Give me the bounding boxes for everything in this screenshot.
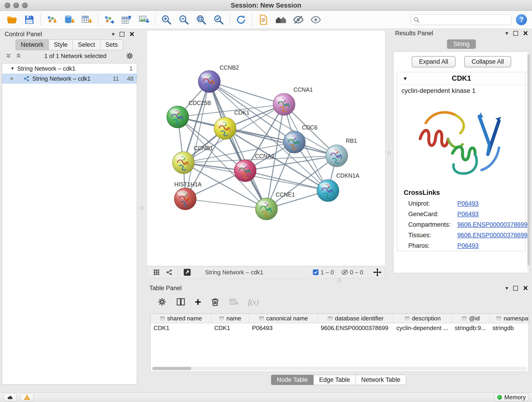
table-cell[interactable]: 9606.ENSP00000378699 [318,325,393,332]
card-collapse-icon[interactable]: ▾ [404,75,407,82]
column-header[interactable]: database identifier [318,314,393,323]
network-node-CDC25B[interactable] [167,106,189,128]
scrollbar-thumb[interactable] [152,367,191,370]
column-header[interactable]: description [393,314,452,323]
expand-all-icon[interactable] [15,52,22,59]
search-input[interactable] [411,14,511,25]
crosslink-link[interactable]: 9606.ENSP00000378699 [457,232,527,239]
network-node-CDC6[interactable] [283,131,305,153]
panel-collapse-icon[interactable]: ▾ [505,31,508,36]
column-header[interactable]: canonical name [249,314,318,323]
function-builder-button[interactable]: f(x) [248,298,259,306]
tab-network[interactable]: Network [16,39,49,50]
gear-icon[interactable] [126,52,134,60]
network-edge[interactable] [209,82,284,104]
tab-style[interactable]: Style [49,39,73,50]
network-node-CCNE1[interactable] [255,198,278,220]
node-card-header[interactable]: ▾ CDK1 [397,72,526,85]
tree-expand-icon[interactable]: ▼ [10,66,17,71]
cloud-status-button[interactable] [4,394,17,401]
show-columns-button[interactable] [176,297,186,307]
tab-select[interactable]: Select [73,39,100,50]
import-table-button[interactable] [78,12,95,28]
network-row[interactable]: String Network – cdk1 11 48 [2,74,137,84]
column-header[interactable]: shared name [151,314,211,323]
panel-close-icon[interactable]: × [523,29,528,37]
home-button[interactable] [272,12,290,28]
tab-string[interactable]: String [447,39,476,49]
grid-view-icon[interactable] [153,269,160,276]
crosslink-link[interactable]: P06493 [457,211,479,218]
table-horizontal-scrollbar[interactable] [152,367,527,370]
network-node-CCNB1[interactable] [172,152,195,174]
tab-network-table[interactable]: Network Table [355,375,406,385]
collapse-all-button[interactable]: Collapse All [464,56,511,67]
network-canvas[interactable]: CCNB2CCNA1CDC25BCDK1CDC6RB1CCNB1CCNA2CDK… [147,31,385,266]
import-network-database-button[interactable] [60,12,78,28]
network-view[interactable]: CCNB2CCNA1CDC25BCDK1CDC6RB1CCNB1CCNA2CDK… [147,30,385,266]
zoom-fit-button[interactable] [192,12,210,28]
splitter-handle[interactable] [140,206,143,210]
zoom-out-button[interactable] [175,12,192,28]
table-cell[interactable]: stringdb [490,325,529,332]
import-network-file-button[interactable] [43,12,60,28]
column-header[interactable]: name [211,314,249,323]
network-node-CDKN1A[interactable] [317,180,339,202]
table-cell[interactable]: cyclin-dependent ... [393,325,452,332]
help-button[interactable]: ? [516,14,527,25]
table-row[interactable]: CDK1CDK1P064939606.ENSP00000378699cyclin… [151,323,529,333]
panel-close-icon[interactable]: × [523,284,528,292]
save-session-button[interactable] [21,12,38,28]
table-cell[interactable]: CDK1 [151,325,211,332]
detach-view-icon[interactable] [183,268,191,276]
network-collection-row[interactable]: ▼ String Network – cdk1 1 [2,64,137,74]
panel-float-icon[interactable] [513,286,518,291]
delete-column-button[interactable] [210,297,220,307]
network-edge[interactable] [184,163,328,191]
zoom-in-button[interactable] [158,12,175,28]
expand-all-button[interactable]: Expand All [412,56,456,67]
network-edge[interactable] [185,199,266,209]
panel-close-icon[interactable]: × [129,30,134,38]
add-column-button[interactable]: + [195,297,201,307]
splitter-handle[interactable] [338,279,341,282]
network-node-CCNA2[interactable] [234,160,256,182]
scrollbar-thumb[interactable] [527,54,530,266]
delete-table-button[interactable] [229,297,239,307]
annotation-button[interactable] [255,12,272,28]
crosslink-link[interactable]: P06493 [457,200,479,207]
panel-collapse-icon[interactable]: ▾ [505,285,508,291]
table-cell[interactable]: P06493 [249,325,318,332]
show-elements-button[interactable] [307,12,324,28]
network-node-CDK1[interactable] [214,117,236,139]
network-edge[interactable] [245,171,328,191]
column-header[interactable]: @id [452,314,490,323]
network-overview-icon[interactable] [166,269,173,276]
network-node-HIST1H1A[interactable] [174,188,196,210]
new-network-from-selection-button[interactable] [100,12,118,28]
splitter-handle[interactable] [387,152,391,155]
warnings-button[interactable] [21,394,33,401]
open-session-button[interactable] [3,12,21,28]
results-scrollbar[interactable] [527,52,530,272]
tab-edge-table[interactable]: Edge Table [313,375,356,385]
memory-button[interactable]: Memory [495,394,528,401]
network-node-RB1[interactable] [326,145,348,167]
tab-node-table[interactable]: Node Table [271,375,314,385]
panel-float-icon[interactable] [513,31,518,36]
zoom-selected-button[interactable] [210,12,227,28]
network-edge[interactable] [209,82,266,209]
network-node-CCNB2[interactable] [198,70,220,93]
crosslink-link[interactable]: 9606.ENSP00000378699 [457,221,527,228]
crosshair-icon[interactable] [373,268,382,277]
table-settings-button[interactable] [157,297,167,307]
network-node-CCNA1[interactable] [273,93,295,115]
column-header[interactable]: namespac [490,314,529,323]
collapse-all-icon[interactable] [5,52,12,59]
crosslink-link[interactable]: P06493 [457,242,479,249]
hide-elements-button[interactable] [290,12,307,28]
tab-sets[interactable]: Sets [100,39,123,50]
apply-layout-button[interactable] [232,12,250,28]
export-image-button[interactable] [135,12,152,28]
panel-float-icon[interactable] [120,32,124,37]
